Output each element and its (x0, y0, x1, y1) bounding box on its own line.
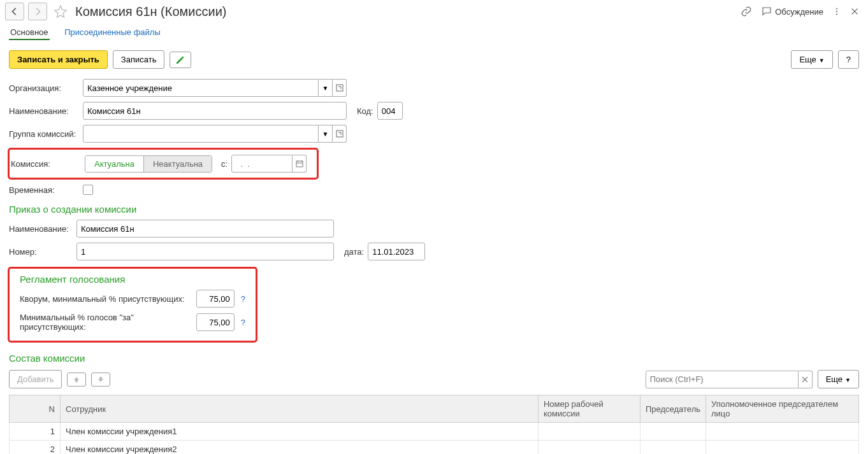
move-up-button[interactable] (67, 372, 86, 387)
open-icon (336, 130, 344, 138)
col-worknum[interactable]: Номер рабочей комиссии (538, 395, 640, 423)
chevron-down-icon: ▼ (819, 57, 825, 64)
order-num-label: Номер: (9, 247, 73, 257)
open-icon (336, 84, 344, 92)
svg-rect-5 (296, 161, 303, 167)
table-row[interactable]: 2Член комиссии учреждения2 (10, 441, 859, 455)
toggle-not-actual[interactable]: Неактуальна (144, 156, 212, 172)
close-icon (802, 376, 808, 383)
name-input[interactable] (83, 102, 347, 120)
code-label: Код: (357, 106, 373, 116)
voting-box: Регламент голосования Кворум, минимальны… (8, 267, 257, 343)
row-num: 1 (10, 423, 61, 441)
org-label: Организация: (9, 83, 79, 93)
name-label: Наименование: (9, 106, 79, 116)
calendar-icon (296, 160, 303, 167)
chair-cell[interactable] (640, 441, 705, 455)
col-employee[interactable]: Сотрудник (61, 395, 539, 423)
add-member-button[interactable]: Добавить (9, 370, 62, 388)
arrow-up-icon (73, 376, 80, 383)
org-input[interactable] (83, 79, 319, 97)
group-input[interactable] (83, 125, 319, 143)
save-button[interactable]: Записать (113, 50, 165, 69)
row-worknum[interactable] (538, 441, 640, 455)
chat-icon (761, 6, 772, 17)
arrow-down-icon (97, 376, 105, 383)
table-row[interactable]: 1Член комиссии учреждения1 (10, 423, 859, 441)
discuss-button[interactable]: Обсуждение (761, 6, 823, 17)
page-title: Комиссия 61н (Комиссии) (75, 4, 737, 19)
from-label: с: (221, 159, 228, 169)
forward-button[interactable] (28, 3, 47, 20)
org-dropdown[interactable]: ▼ (319, 79, 333, 97)
group-label: Группа комиссий: (9, 129, 79, 139)
arrow-right-icon (33, 7, 42, 16)
quorum-input[interactable] (196, 290, 235, 308)
members-table: N Сотрудник Номер рабочей комиссии Предс… (9, 395, 859, 454)
row-auth[interactable] (706, 441, 859, 455)
min-yes-input[interactable] (196, 313, 235, 331)
svg-rect-4 (336, 131, 343, 137)
row-num: 2 (10, 441, 61, 455)
table-more-button[interactable]: Еще▼ (818, 370, 859, 388)
row-employee: Член комиссии учреждения2 (61, 441, 539, 455)
discuss-label: Обсуждение (775, 7, 823, 17)
min-yes-label: Минимальный % голосов "за" присутствующи… (20, 313, 192, 332)
col-chair[interactable]: Председатель (640, 395, 705, 423)
from-date-input[interactable] (231, 155, 293, 173)
more-button[interactable]: Еще▼ (791, 50, 832, 69)
tab-main[interactable]: Основное (9, 25, 50, 40)
order-num-input[interactable] (76, 243, 334, 260)
toggle-actual[interactable]: Актуальна (85, 156, 144, 172)
col-n[interactable]: N (10, 395, 61, 423)
from-date-picker[interactable] (293, 155, 307, 173)
order-name-label: Наименование: (9, 224, 73, 234)
arrow-left-icon (10, 7, 19, 16)
search-clear[interactable] (799, 371, 813, 388)
min-yes-help[interactable]: ? (241, 318, 245, 327)
row-worknum[interactable] (538, 423, 640, 441)
chair-cell[interactable] (640, 423, 705, 441)
org-open[interactable] (333, 79, 347, 97)
quorum-help[interactable]: ? (241, 294, 245, 304)
svg-rect-3 (336, 85, 343, 91)
link-icon[interactable] (741, 6, 752, 17)
commission-label: Комиссия: (11, 159, 81, 169)
col-auth[interactable]: Уполномоченное председателем лицо (706, 395, 859, 423)
move-down-button[interactable] (91, 372, 110, 387)
quorum-label: Кворум, минимальный % присутствующих: (20, 294, 192, 304)
close-icon[interactable] (850, 7, 859, 16)
kebab-icon[interactable] (832, 6, 841, 17)
pencil-icon (175, 55, 185, 65)
order-name-input[interactable] (76, 220, 334, 238)
order-date-input[interactable] (368, 243, 425, 260)
edit-icon-button[interactable] (170, 52, 191, 68)
temp-label: Временная: (9, 185, 79, 195)
members-section-title: Состав комиссии (0, 346, 868, 366)
svg-point-2 (836, 13, 837, 15)
voting-section-title: Регламент голосования (11, 273, 254, 287)
search-input[interactable] (646, 371, 799, 388)
group-dropdown[interactable]: ▼ (319, 125, 333, 143)
chevron-down-icon: ▼ (845, 377, 851, 383)
row-auth[interactable] (706, 423, 859, 441)
back-button[interactable] (5, 3, 24, 20)
svg-point-0 (836, 8, 837, 9)
save-close-button[interactable]: Записать и закрыть (9, 50, 108, 69)
tab-files[interactable]: Присоединенные файлы (63, 25, 162, 39)
order-date-label: дата: (344, 247, 364, 257)
group-open[interactable] (333, 125, 347, 143)
favorite-icon[interactable] (54, 4, 68, 18)
commission-status-box: Комиссия: Актуальна Неактуальна с: (8, 148, 319, 180)
row-employee: Член комиссии учреждения1 (61, 423, 539, 441)
help-button[interactable]: ? (838, 50, 859, 69)
temp-checkbox[interactable] (83, 185, 93, 195)
svg-point-1 (836, 11, 837, 12)
order-section-title: Приказ о создании комиссии (0, 197, 868, 217)
code-input[interactable] (377, 102, 403, 120)
